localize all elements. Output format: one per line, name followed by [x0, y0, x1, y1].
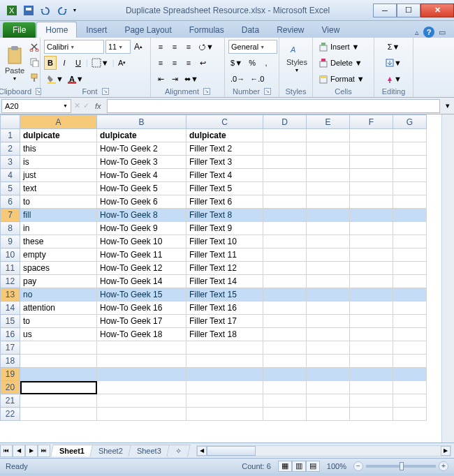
hscroll-right[interactable]: ▶	[441, 446, 451, 456]
tab-page-layout[interactable]: Page Layout	[116, 22, 180, 38]
styles-button[interactable]: A Styles ▼	[283, 40, 311, 74]
row-header-20[interactable]: 20	[1, 381, 20, 394]
shrink-font-icon[interactable]: A▾	[116, 56, 129, 70]
new-sheet-button[interactable]: ✧	[166, 445, 191, 457]
cell-G6[interactable]	[393, 195, 427, 209]
cell-E20[interactable]	[307, 381, 350, 394]
cell-G12[interactable]	[393, 275, 427, 288]
cell-B5[interactable]: How-To Geek 5	[97, 182, 186, 195]
cell-B13[interactable]: How-To Geek 15	[97, 288, 186, 302]
fill-icon[interactable]: ▼	[378, 56, 409, 70]
cell-B18[interactable]	[97, 355, 186, 368]
alignment-dialog-launcher[interactable]: ↘	[203, 88, 210, 95]
cut-icon[interactable]	[27, 40, 41, 54]
cell-E2[interactable]	[307, 142, 350, 156]
insert-cells-button[interactable]: Insert▼	[316, 40, 372, 54]
row-header-3[interactable]: 3	[1, 156, 20, 169]
tab-nav-last[interactable]: ⏭	[38, 445, 50, 457]
increase-decimal-icon[interactable]: .0→	[228, 72, 247, 86]
cell-B10[interactable]: How-To Geek 11	[97, 248, 186, 262]
cell-G20[interactable]	[393, 381, 427, 394]
spreadsheet-grid[interactable]: ABCDEFG1dulpicatedulpicatedulpicate2this…	[0, 114, 454, 442]
tab-nav-first[interactable]: ⏮	[0, 445, 13, 457]
row-header-4[interactable]: 4	[1, 169, 20, 182]
tab-nav-prev[interactable]: ◀	[13, 445, 25, 457]
minimize-button[interactable]: ─	[373, 3, 397, 17]
cell-A10[interactable]: empty	[20, 248, 97, 262]
row-header-6[interactable]: 6	[1, 195, 20, 209]
cell-B17[interactable]	[97, 341, 186, 355]
increase-indent-icon[interactable]: ⇥	[168, 72, 181, 86]
cell-A19[interactable]	[20, 368, 97, 381]
comma-format-icon[interactable]: ,	[260, 56, 272, 70]
cell-F5[interactable]	[350, 182, 393, 195]
copy-icon[interactable]	[27, 55, 41, 69]
cell-F12[interactable]	[350, 275, 393, 288]
cell-C5[interactable]: Filler Text 5	[186, 182, 263, 195]
row-header-16[interactable]: 16	[1, 328, 20, 341]
row-header-13[interactable]: 13	[1, 288, 20, 302]
cell-B7[interactable]: How-To Geek 8	[97, 209, 186, 222]
tab-file[interactable]: File	[3, 22, 36, 38]
cell-C4[interactable]: Filler Text 4	[186, 169, 263, 182]
excel-menu-icon[interactable]: X	[4, 3, 20, 18]
hscroll-left[interactable]: ◀	[197, 446, 207, 456]
align-right-icon[interactable]: ≡	[182, 56, 195, 70]
tab-insert[interactable]: Insert	[78, 22, 115, 38]
cell-F20[interactable]	[350, 381, 393, 394]
cell-C8[interactable]: Filler Text 9	[186, 222, 263, 235]
cell-D9[interactable]	[263, 235, 307, 248]
accounting-format-icon[interactable]: $▼	[228, 56, 244, 70]
cell-G9[interactable]	[393, 235, 427, 248]
decrease-indent-icon[interactable]: ⇤	[154, 72, 167, 86]
clear-icon[interactable]: ▼	[378, 72, 409, 86]
fx-icon[interactable]: fx	[92, 102, 104, 110]
cell-A13[interactable]: no	[20, 288, 97, 302]
cell-C18[interactable]	[186, 355, 263, 368]
cell-A8[interactable]: in	[20, 222, 97, 235]
cell-B19[interactable]	[97, 368, 186, 381]
cell-E18[interactable]	[307, 355, 350, 368]
format-cells-button[interactable]: Format▼	[316, 72, 372, 86]
cell-G5[interactable]	[393, 182, 427, 195]
cell-C16[interactable]: Filler Text 18	[186, 328, 263, 341]
cell-E6[interactable]	[307, 195, 350, 209]
cell-C14[interactable]: Filler Text 16	[186, 302, 263, 315]
cell-B21[interactable]	[97, 394, 186, 408]
cell-A5[interactable]: text	[20, 182, 97, 195]
cell-B16[interactable]: How-To Geek 18	[97, 328, 186, 341]
cell-E22[interactable]	[307, 408, 350, 421]
help-icon[interactable]: ?	[423, 27, 434, 38]
cell-E16[interactable]	[307, 328, 350, 341]
cell-F19[interactable]	[350, 368, 393, 381]
cell-G1[interactable]	[393, 129, 427, 142]
align-top-icon[interactable]: ≡	[154, 40, 167, 54]
cell-G13[interactable]	[393, 288, 427, 302]
cell-C13[interactable]: Filler Text 15	[186, 288, 263, 302]
tab-view[interactable]: View	[314, 22, 349, 38]
tab-review[interactable]: Review	[268, 22, 312, 38]
maximize-button[interactable]: ☐	[397, 3, 420, 17]
cell-A9[interactable]: these	[20, 235, 97, 248]
cell-D6[interactable]	[263, 195, 307, 209]
zoom-out-button[interactable]: −	[353, 461, 363, 471]
cell-A4[interactable]: just	[20, 169, 97, 182]
cell-D16[interactable]	[263, 328, 307, 341]
sheet-tab-sheet3[interactable]: Sheet3	[128, 445, 170, 456]
cell-E21[interactable]	[307, 394, 350, 408]
cell-C10[interactable]: Filler Text 11	[186, 248, 263, 262]
cell-F16[interactable]	[350, 328, 393, 341]
tab-data[interactable]: Data	[233, 22, 268, 38]
save-icon[interactable]	[21, 3, 36, 18]
redo-icon[interactable]	[54, 3, 70, 18]
border-icon[interactable]: ▼	[89, 56, 111, 70]
col-header-B[interactable]: B	[97, 115, 186, 129]
cell-E14[interactable]	[307, 302, 350, 315]
cell-A1[interactable]: dulpicate	[20, 129, 97, 142]
cell-A2[interactable]: this	[20, 142, 97, 156]
fill-color-icon[interactable]: ▼	[44, 72, 66, 86]
cell-A11[interactable]: spaces	[20, 262, 97, 275]
row-header-2[interactable]: 2	[1, 142, 20, 156]
cell-G7[interactable]	[393, 209, 427, 222]
cell-B1[interactable]: dulpicate	[97, 129, 186, 142]
